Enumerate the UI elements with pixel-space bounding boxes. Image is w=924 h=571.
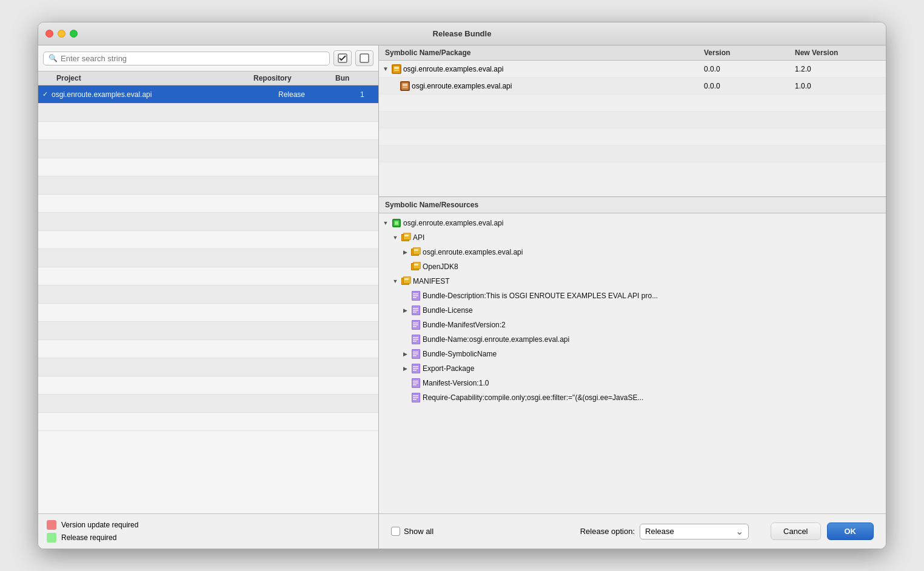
bottom-bar: Show all Release option: Release ⌄ Cance… [379,513,886,549]
tree-node[interactable]: ▶ Bundle-SymbolicName [379,347,886,361]
svg-rect-32 [404,278,409,280]
svg-rect-8 [403,84,407,86]
tree-node[interactable]: ▼ API [379,230,886,245]
title-bar: Release Bundle [38,22,886,45]
tree-expand-icon: ▼ [383,65,389,72]
bundle-icon [392,64,401,74]
tree-node-label: Export-Package [423,364,474,373]
row-checkbox: ✓ [38,90,52,98]
search-icon: 🔍 [49,54,58,62]
bundle-multi-icon [401,276,411,286]
tree-node[interactable]: ▶ Bundle-License [379,303,886,318]
package-icon [400,81,410,91]
top-table: Symbolic Name/Package Version New Versio… [379,45,886,197]
search-input[interactable] [61,54,324,63]
svg-rect-56 [413,353,418,355]
table-row [38,231,378,249]
rcol-header-newversion: New Version [795,48,886,57]
tree-node-label: osgi.enroute.examples.eval.api [423,248,523,256]
tree-node-label: Bundle-ManifestVersion:2 [423,321,506,329]
row-project-name: osgi.enroute.examples.eval.api [52,90,278,99]
table-row [38,122,378,140]
table-row[interactable]: ▼ osgi.enroute.examples.eval.api 0.0.0 1… [379,61,886,78]
tree-node[interactable]: ▶ Manifest-Version:1.0 [379,376,886,390]
search-input-wrap[interactable]: 🔍 [43,52,330,65]
svg-rect-55 [413,352,418,353]
bundle-multi-icon [411,247,421,257]
table-row [379,95,886,112]
table-row[interactable]: ✓ osgi.enroute.examples.eval.api Release… [38,85,378,104]
svg-rect-47 [413,326,417,327]
maximize-button[interactable] [70,30,78,38]
tree-node[interactable]: ▶ Bundle-Description:This is OSGI ENROUT… [379,289,886,303]
left-table-body: ✓ osgi.enroute.examples.eval.api Release… [38,85,378,513]
table-row [38,395,378,413]
tree-node[interactable]: ▼ MANIFEST [379,274,886,289]
left-panel: 🔍 Project Repository [38,45,379,549]
table-row[interactable]: ▶ osgi.enroute.examples.eval.api 0.0.0 1… [379,78,886,95]
svg-rect-41 [413,310,418,311]
minimize-button[interactable] [58,30,65,38]
doc-icon [411,335,421,344]
tree-node[interactable]: ▶ OpenJDK8 [379,259,886,274]
svg-rect-22 [414,249,418,251]
svg-rect-35 [413,293,418,295]
doc-icon [411,364,421,373]
right-table-body: ▼ osgi.enroute.examples.eval.api 0.0.0 1… [379,61,886,196]
tree-node-label: Require-Capability:compile.only;osgi.ee:… [423,393,643,402]
tree-node-label: Bundle-License [423,306,473,315]
tree-panel: Symbolic Name/Resources ▼ [379,197,886,513]
tree-node[interactable]: ▶ Export-Package [379,361,886,376]
svg-rect-66 [413,382,418,384]
row-version: 0.0.0 [704,65,795,73]
tree-node-label: API [413,233,424,242]
rcol-header-name: Symbolic Name/Package [379,48,704,57]
svg-rect-65 [413,381,418,382]
doc-icon [411,378,421,388]
svg-rect-12 [395,221,398,225]
cancel-button[interactable]: Cancel [771,523,820,540]
tree-node[interactable]: ▶ Require-Capability:compile.only;osgi.e… [379,390,886,405]
uncheck-all-button[interactable] [355,50,373,66]
traffic-lights [45,30,78,38]
legend-item-version: Version update required [47,520,370,530]
svg-rect-5 [394,70,399,71]
svg-rect-42 [413,312,417,313]
release-option-select[interactable]: Release ⌄ [640,524,749,539]
tree-node[interactable]: ▼ osgi.enroute.examples.eval.api [379,216,886,230]
close-button[interactable] [45,30,53,38]
svg-rect-51 [413,339,418,340]
row-repository: Release [278,90,360,99]
show-all-label: Show all [404,527,434,536]
tree-node-label: OpenJDK8 [423,262,458,271]
svg-rect-37 [413,297,417,298]
check-all-button[interactable] [333,50,352,66]
legend-label-version: Version update required [61,521,138,529]
table-row [38,140,378,158]
svg-rect-57 [413,355,417,356]
row-bun: 1 [360,90,378,99]
show-all-checkbox[interactable] [391,527,400,536]
tree-node[interactable]: ▶ Bundle-Name:osgi.enroute.examples.eval… [379,332,886,347]
table-row [38,158,378,176]
tree-node-label: Bundle-SymbolicName [423,350,497,358]
table-row [379,112,886,129]
table-row [38,104,378,122]
table-row [38,286,378,304]
tree-panel-title: Symbolic Name/Resources [379,197,886,213]
tree-node-label: Bundle-Name:osgi.enroute.examples.eval.a… [423,335,569,344]
svg-rect-1 [360,54,369,62]
release-option-section: Release option: Release ⌄ [580,524,749,539]
tree-node-label: osgi.enroute.examples.eval.api [403,219,503,227]
table-row [38,322,378,340]
tree-node[interactable]: ▶ Bundle-ManifestVersion:2 [379,318,886,332]
legend-color-version [47,520,56,530]
tree-node[interactable]: ▶ osgi.enroute.examples.eval.api [379,245,886,259]
tree-expand-icon: ▶ [401,249,409,255]
ok-button[interactable]: OK [827,523,874,540]
show-all-section: Show all [391,527,434,536]
svg-rect-4 [394,67,399,69]
table-row [38,376,378,395]
table-row [38,213,378,231]
right-panel: Symbolic Name/Package Version New Versio… [379,45,886,549]
